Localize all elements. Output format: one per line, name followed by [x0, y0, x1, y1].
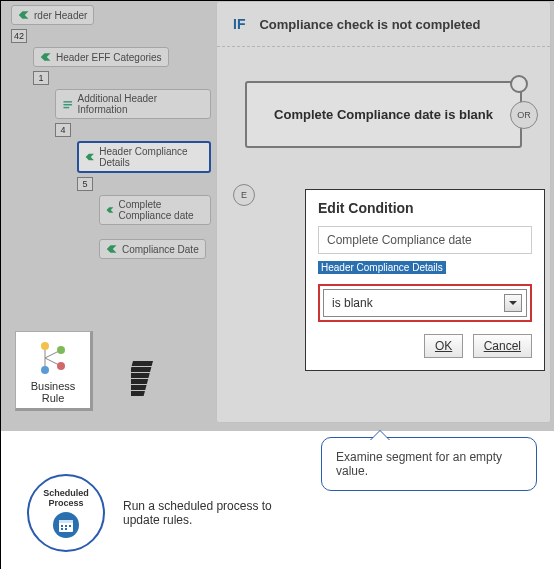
svg-rect-18	[61, 525, 63, 527]
tree-node-additional-header[interactable]: Additional Header Information	[55, 89, 211, 119]
svg-rect-20	[69, 525, 71, 527]
e-connector[interactable]: E	[233, 184, 255, 206]
tree-node-header-eff[interactable]: Header EFF Categories	[33, 47, 169, 67]
tree-node-header-compliance[interactable]: Header Compliance Details	[77, 141, 211, 173]
layers-icon[interactable]	[131, 361, 161, 405]
cancel-label: Cancel	[484, 339, 521, 353]
if-description: Compliance check is not completed	[259, 17, 480, 32]
operator-value: is blank	[332, 296, 373, 310]
chevron-down-icon[interactable]	[504, 294, 522, 312]
svg-rect-1	[63, 104, 72, 105]
tree-label: Header EFF Categories	[56, 52, 162, 63]
scheduled-process-badge[interactable]: ScheduledProcess	[27, 474, 105, 552]
svg-rect-6	[131, 379, 148, 384]
count-badge: 42	[11, 29, 27, 43]
svg-rect-7	[131, 385, 147, 390]
svg-rect-17	[59, 520, 73, 523]
svg-rect-19	[65, 525, 67, 527]
svg-rect-2	[63, 107, 69, 108]
svg-rect-3	[132, 361, 153, 366]
svg-rect-8	[131, 391, 145, 396]
svg-point-15	[57, 362, 65, 370]
ok-button[interactable]: OK	[424, 334, 463, 358]
condition-box[interactable]: Complete Compliance date is blank OR E	[245, 81, 522, 148]
svg-point-13	[41, 366, 49, 374]
annotation-callout: Examine segment for an empty value.	[321, 437, 537, 491]
popover-title: Edit Condition	[318, 200, 532, 216]
svg-rect-0	[63, 101, 72, 102]
count-badge: 1	[33, 71, 49, 85]
object-tree: rder Header 42 Header EFF Categories 1 A…	[11, 5, 211, 263]
svg-rect-5	[131, 373, 150, 378]
svg-point-12	[41, 342, 49, 350]
ring-label: ScheduledProcess	[43, 488, 89, 508]
handle-icon[interactable]	[510, 75, 528, 93]
count-badge: 5	[77, 177, 93, 191]
tree-node-complete-date[interactable]: Complete Compliance date	[99, 195, 211, 225]
scheduled-process-text: Run a scheduled process to update rules.	[123, 499, 303, 527]
condition-context-label: Header Compliance Details	[318, 261, 446, 274]
operator-select[interactable]: is blank	[323, 289, 527, 317]
tree-node-order-header[interactable]: rder Header	[11, 5, 94, 25]
business-rule-tile[interactable]: Business Rule	[15, 331, 93, 411]
callout-text: Examine segment for an empty value.	[336, 450, 502, 478]
svg-point-14	[57, 346, 65, 354]
tree-label: Additional Header Information	[77, 93, 204, 115]
svg-rect-22	[65, 528, 67, 530]
tree-label: Header Compliance Details	[99, 146, 203, 168]
flow-icon	[33, 338, 73, 378]
ok-label: OK	[435, 339, 452, 353]
edit-condition-popover: Edit Condition Complete Compliance date …	[305, 189, 545, 371]
condition-field-input[interactable]: Complete Compliance date	[318, 226, 532, 254]
scheduled-process-row: ScheduledProcess Run a scheduled process…	[27, 474, 303, 552]
tree-label: Complete Compliance date	[119, 199, 205, 221]
operator-highlight: is blank	[318, 284, 532, 322]
svg-rect-21	[61, 528, 63, 530]
svg-rect-4	[131, 367, 151, 372]
or-connector[interactable]: OR	[510, 101, 538, 129]
tree-node-compliance-date[interactable]: Compliance Date	[99, 239, 206, 259]
calendar-icon	[53, 512, 79, 538]
if-keyword: IF	[233, 16, 245, 32]
cancel-button[interactable]: Cancel	[473, 334, 532, 358]
tree-label: Compliance Date	[122, 244, 199, 255]
tree-label: rder Header	[34, 10, 87, 21]
count-badge: 4	[55, 123, 71, 137]
business-rule-label: Business Rule	[18, 380, 88, 404]
condition-text: Complete Compliance date is blank	[274, 107, 493, 122]
